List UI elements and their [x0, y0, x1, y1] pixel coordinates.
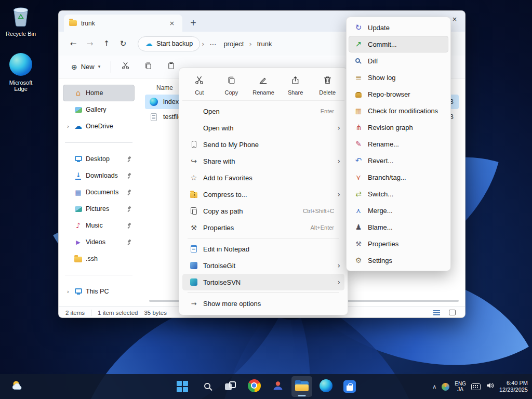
- up-button[interactable]: ↑: [98, 35, 115, 52]
- taskbar-task-view-button[interactable]: [220, 376, 241, 397]
- desktop-icon-recycle-bin[interactable]: Recycle Bin: [2, 4, 39, 37]
- pin-icon: [126, 172, 132, 179]
- svn-item-update[interactable]: ↻Update: [349, 19, 448, 36]
- language-indicator[interactable]: ENG JA: [455, 381, 466, 392]
- back-button[interactable]: ←: [65, 35, 82, 52]
- sidebar-item-pictures[interactable]: Pictures: [63, 201, 135, 217]
- delete-icon: [323, 75, 332, 87]
- taskbar-chrome-button[interactable]: [244, 376, 264, 397]
- context-item-tortoisesvn[interactable]: TortoiseSVN›: [182, 274, 344, 290]
- refresh-button[interactable]: ↻: [115, 35, 131, 52]
- sidebar-item-onedrive[interactable]: ›☁OneDrive: [63, 118, 135, 135]
- sidebar-item-downloads[interactable]: ↓Downloads: [63, 167, 135, 184]
- widgets-button[interactable]: [5, 376, 29, 397]
- svn-item-blame[interactable]: ♟Blame...: [349, 219, 448, 235]
- svn-item-branch-tag[interactable]: ⋎Branch/tag...: [349, 169, 448, 185]
- svn-commit-icon: ↗: [354, 41, 363, 48]
- quick-share-button[interactable]: Share: [280, 72, 312, 98]
- copy-icon: [144, 61, 153, 72]
- svn-item-properties[interactable]: ⚒Properties: [349, 235, 448, 252]
- svn-rename-icon: ✎: [354, 140, 363, 148]
- quick-rename-button[interactable]: Rename: [247, 72, 280, 98]
- menu-separator: [188, 238, 339, 238]
- svn-item-commit[interactable]: ↗Commit...: [349, 36, 448, 52]
- svn-item-switch[interactable]: ⇄Switch...: [349, 185, 448, 202]
- sidebar-item-home[interactable]: ⌂Home: [63, 85, 135, 101]
- tray-overflow-chevron-icon[interactable]: ∧: [432, 384, 436, 390]
- copy-button[interactable]: [139, 59, 157, 75]
- svn-item-settings[interactable]: ⚙Settings: [349, 252, 448, 269]
- keyboard-ime-icon[interactable]: [471, 383, 481, 390]
- quick-delete-button[interactable]: Delete: [311, 72, 343, 98]
- svn-log-icon: ≡: [354, 74, 363, 82]
- sidebar-item-documents[interactable]: ▤Documents: [63, 184, 135, 201]
- context-item-compress-to[interactable]: Compress to...›: [182, 186, 344, 203]
- context-item-add-to-favorites[interactable]: ☆Add to Favorites: [182, 169, 344, 186]
- tab-close-icon[interactable]: ×: [167, 18, 177, 29]
- svn-item-diff[interactable]: Diff: [349, 52, 448, 69]
- microsoft-edge-icon: [9, 53, 32, 78]
- sidebar-item-desktop[interactable]: Desktop: [63, 151, 135, 167]
- clock-time: 6:40 PM: [499, 380, 528, 387]
- context-item-send-to-my-phone[interactable]: Send to My Phone: [182, 136, 344, 153]
- context-item-tortoisegit[interactable]: TortoiseGit›: [182, 257, 344, 274]
- quick-copy-button[interactable]: Copy: [216, 72, 248, 98]
- svn-blame-icon: ♟: [354, 223, 363, 231]
- pin-icon: [126, 189, 132, 196]
- context-item-open[interactable]: OpenEnter: [182, 103, 344, 119]
- new-tab-button[interactable]: +: [187, 16, 200, 30]
- sidebar-item-music[interactable]: ♪Music: [63, 217, 135, 234]
- clock[interactable]: 6:40 PM 12/23/2025: [499, 380, 528, 394]
- cut-icon: [121, 61, 130, 72]
- context-item-open-with[interactable]: Open with›: [182, 119, 344, 136]
- taskbar-start-button[interactable]: [172, 376, 193, 397]
- icons-view-button[interactable]: [446, 308, 458, 317]
- gallery-icon: [73, 107, 83, 113]
- context-item-copy-as-path[interactable]: Copy as pathCtrl+Shift+C: [182, 203, 344, 219]
- sidebar-item-ssh[interactable]: .ssh: [63, 250, 135, 267]
- onedrive-icon: ☁: [73, 123, 83, 130]
- paste-button[interactable]: [162, 59, 180, 75]
- svn-item-revert[interactable]: ↶Revert...: [349, 152, 448, 169]
- desktop-icon-microsoft-edge[interactable]: Microsoft Edge: [2, 53, 39, 92]
- tools-icon: ⚒: [188, 224, 200, 231]
- taskbar-search-button[interactable]: [196, 376, 217, 397]
- sidebar-item-videos[interactable]: ▶Videos: [63, 234, 135, 250]
- breadcrumb-overflow[interactable]: ···: [206, 40, 220, 48]
- taskbar-file-explorer-button[interactable]: [291, 376, 312, 397]
- svn-diff-icon: [354, 59, 363, 63]
- submenu-chevron-icon: ›: [335, 190, 340, 198]
- quick-cut-button[interactable]: Cut: [183, 72, 216, 98]
- svn-item-rename[interactable]: ✎Rename...: [349, 136, 448, 152]
- context-item-share-with[interactable]: ↪Share with›: [182, 153, 344, 169]
- start-backup-button[interactable]: ☁ Start backup: [138, 36, 200, 51]
- breadcrumb-project[interactable]: project: [220, 40, 247, 48]
- breadcrumb-trunk[interactable]: trunk: [254, 40, 276, 48]
- menu-separator: [188, 292, 339, 293]
- sidebar-item-this-pc[interactable]: ›This PC: [63, 283, 135, 300]
- cut-icon: [194, 75, 204, 87]
- svn-item-repo-browser[interactable]: Repo-browser: [349, 86, 448, 102]
- submenu-chevron-icon: ›: [335, 124, 340, 132]
- tab-trunk[interactable]: trunk ×: [64, 15, 182, 32]
- videos-icon: ▶: [73, 240, 83, 245]
- volume-icon[interactable]: [486, 381, 494, 392]
- svn-item-check-for-modifications[interactable]: ▦Check for modifications: [349, 102, 448, 119]
- tray-app-icon[interactable]: [442, 383, 449, 391]
- context-item-properties[interactable]: ⚒PropertiesAlt+Enter: [182, 219, 344, 236]
- context-item-edit-in-notepad[interactable]: Edit in Notepad: [182, 241, 344, 257]
- taskbar-edge-button[interactable]: [315, 376, 336, 397]
- svn-item-merge[interactable]: ⋏Merge...: [349, 202, 448, 219]
- pin-icon: [126, 206, 132, 212]
- cut-button[interactable]: [116, 59, 134, 75]
- search-icon: [204, 382, 208, 391]
- svn-item-revision-graph[interactable]: ⋔Revision graph: [349, 119, 448, 136]
- taskbar-people-button[interactable]: [268, 376, 288, 397]
- new-button[interactable]: ⊕ New ▾: [66, 60, 105, 74]
- sidebar-item-gallery[interactable]: Gallery: [63, 101, 135, 118]
- forward-button[interactable]: →: [82, 35, 98, 52]
- taskbar-store-button[interactable]: [339, 376, 360, 397]
- details-view-button[interactable]: [430, 308, 443, 317]
- context-item-show-more-options[interactable]: →Show more options: [182, 295, 344, 312]
- svn-item-show-log[interactable]: ≡Show log: [349, 69, 448, 86]
